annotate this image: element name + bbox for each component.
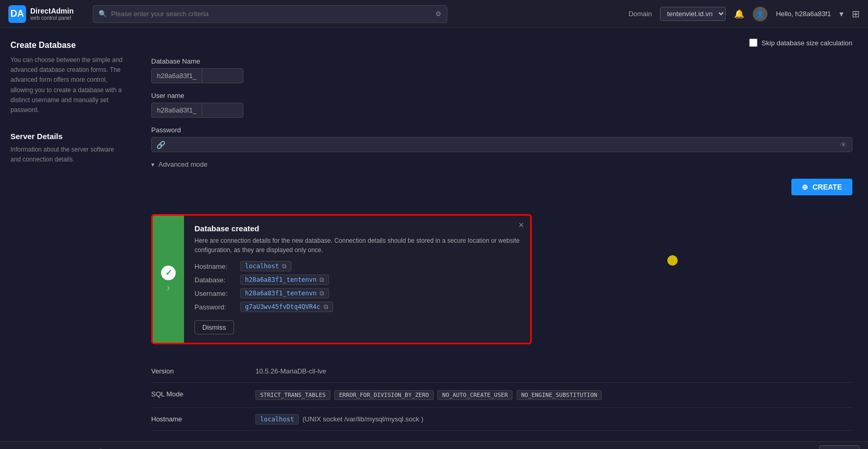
search-input[interactable] (111, 10, 431, 18)
search-bar: 🔍 ⚙ (93, 5, 447, 23)
close-modal-button[interactable]: × (518, 220, 524, 231)
plus-icon: ⊕ (802, 183, 808, 191)
domain-select[interactable]: tentenviet.id.vn (660, 7, 726, 21)
sql-badge-1: STRICT_TRANS_TABLES (255, 390, 331, 400)
advanced-mode-label: Advanced mode (158, 160, 207, 168)
copy-database-icon[interactable]: ⧉ (320, 276, 324, 283)
modal-password-value: g7aU3wv45fvDtq4QVR4c ⧉ (240, 302, 333, 312)
password-group: Password 🔗 👁 (151, 126, 852, 152)
main-area: Create Database You can choose between t… (0, 28, 868, 441)
user-greeting[interactable]: Hello, h28a6a83f1 (776, 10, 831, 18)
chevron-down-icon[interactable]: ▾ (839, 9, 843, 19)
version-row: Version 10.5.26-MariaDB-cll-lve (151, 360, 852, 383)
hostname-label: Hostname: (194, 263, 236, 270)
skip-checkbox[interactable] (749, 39, 757, 47)
content-area: Skip database size calculation Database … (136, 28, 868, 441)
sql-mode-row: SQL Mode STRICT_TRANS_TABLES ERROR_FOR_D… (151, 383, 852, 408)
create-db-desc: You can choose between the simple and ad… (10, 55, 125, 115)
db-name-group: Database Name h28a6a83f1_ (151, 57, 852, 83)
database-label: Database: (194, 276, 236, 284)
logo-icon: DA (8, 5, 26, 23)
username-group: User name h28a6a83f1_ (151, 92, 852, 118)
modal-username-value: h28a6a83f1_tentenvn ⧉ (240, 288, 329, 298)
hostname-server-row: Hostname localhost (UNIX socket /var/lib… (151, 408, 852, 431)
db-name-prefix: h28a6a83f1_ (151, 68, 202, 83)
create-label: CREATE (812, 183, 842, 191)
grid-icon[interactable]: ⊞ (852, 8, 860, 20)
modal-password-label: Password: (194, 303, 236, 311)
username-prefix: h28a6a83f1_ (151, 103, 202, 118)
eye-icon[interactable]: 👁 (840, 141, 847, 149)
username-row: h28a6a83f1_ (151, 103, 852, 118)
db-created-modal: ✓ › × Database created Here are connecti… (151, 214, 532, 344)
copy-username-icon[interactable]: ⧉ (320, 290, 324, 297)
chevron-icon: ▾ (151, 161, 154, 168)
link-icon: 🔗 (156, 141, 165, 149)
logo-sub: web control panel (30, 15, 74, 21)
create-btn-area: ⊕ CREATE (151, 179, 852, 204)
logo-area: DA DirectAdmin web control panel (8, 5, 87, 23)
modal-title: Database created (194, 224, 520, 233)
hostname-server-value: localhost (UNIX socket /var/lib/mysql/my… (255, 408, 852, 431)
db-name-row: h28a6a83f1_ (151, 68, 852, 83)
bottom-right: Language English (787, 445, 860, 450)
language-select[interactable]: English (819, 445, 860, 450)
domain-label: Domain (629, 10, 652, 18)
database-row: Database: h28a6a83f1_tentenvn ⧉ (194, 275, 520, 285)
logo-text-block: DirectAdmin web control panel (30, 7, 74, 21)
check-icon: ✓ (161, 266, 176, 280)
dismiss-button[interactable]: Dismiss (194, 320, 234, 334)
sql-badge-2: ERROR_FOR_DIVISION_BY_ZERO (334, 390, 433, 400)
hostname-server-label: Hostname (151, 408, 255, 431)
db-name-label: Database Name (151, 57, 852, 65)
modal-desc: Here are connection details for the new … (194, 236, 520, 255)
sql-badge-4: NO_ENGINE_SUBSTITUTION (517, 390, 602, 400)
modal-green-bar: ✓ › (153, 216, 184, 343)
database-value: h28a6a83f1_tentenvn ⧉ (240, 275, 329, 285)
hostname-badge: localhost (255, 414, 299, 425)
bottom-bar: DirectAdmin Web Control Panel © 2024 JBM… (0, 441, 868, 449)
arrow-right-icon: › (167, 282, 170, 293)
modal-content: × Database created Here are connection d… (184, 216, 530, 343)
password-wrapper: 🔗 👁 (151, 137, 852, 152)
server-details-section: Version 10.5.26-MariaDB-cll-lve SQL Mode… (151, 360, 852, 431)
copy-hostname-icon[interactable]: ⧉ (282, 263, 287, 270)
avatar: 👤 (753, 7, 767, 21)
version-value: 10.5.26-MariaDB-cll-lve (255, 360, 852, 383)
server-details-desc: Information about the server software an… (10, 145, 125, 165)
copy-password-icon[interactable]: ⧉ (324, 303, 328, 310)
hostname-row: Hostname: localhost ⧉ (194, 261, 520, 271)
advanced-mode-toggle[interactable]: ▾ Advanced mode (151, 160, 852, 168)
sql-mode-values: STRICT_TRANS_TABLES ERROR_FOR_DIVISION_B… (255, 383, 852, 408)
modal-password-row: Password: g7aU3wv45fvDtq4QVR4c ⧉ (194, 302, 520, 312)
version-label: Version (151, 360, 255, 383)
username-input[interactable] (202, 103, 243, 118)
logo-name: DirectAdmin (30, 7, 74, 16)
server-table: Version 10.5.26-MariaDB-cll-lve SQL Mode… (151, 360, 852, 431)
password-label: Password (151, 126, 852, 134)
sidebar: Create Database You can choose between t… (0, 28, 136, 441)
modal-username-row: Username: h28a6a83f1_tentenvn ⧉ (194, 288, 520, 298)
create-db-title: Create Database (10, 41, 125, 50)
sql-mode-label: SQL Mode (151, 383, 255, 408)
top-navbar: DA DirectAdmin web control panel 🔍 ⚙ Dom… (0, 0, 868, 28)
sql-badge-3: NO_AUTO_CREATE_USER (437, 390, 512, 400)
search-icon: 🔍 (99, 10, 107, 18)
bell-icon[interactable]: 🔔 (734, 9, 744, 19)
nav-right: Domain tentenviet.id.vn 🔔 👤 Hello, h28a6… (629, 7, 860, 21)
password-input[interactable] (151, 137, 852, 152)
search-settings-icon[interactable]: ⚙ (435, 10, 442, 18)
hostname-extra: (UNIX socket /var/lib/mysql/mysql.sock ) (302, 415, 423, 423)
top-options: Skip database size calculation (151, 39, 852, 47)
modal-username-label: Username: (194, 290, 236, 297)
skip-label: Skip database size calculation (762, 39, 852, 47)
skip-option[interactable]: Skip database size calculation (749, 39, 852, 47)
create-button[interactable]: ⊕ CREATE (791, 179, 852, 195)
hostname-value: localhost ⧉ (240, 261, 291, 271)
server-details-title: Server Details (10, 132, 125, 141)
username-label: User name (151, 92, 852, 99)
db-name-input[interactable] (202, 68, 243, 83)
